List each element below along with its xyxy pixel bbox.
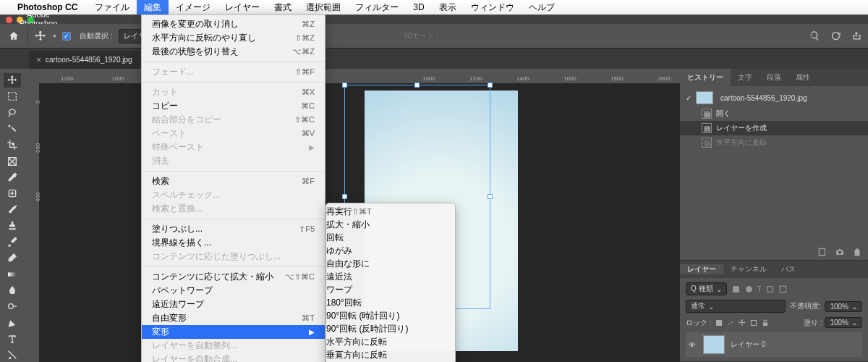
- type-tool[interactable]: [4, 332, 21, 346]
- menu-item[interactable]: 水平方向に反転: [326, 336, 455, 349]
- tab-paths[interactable]: パス: [774, 264, 803, 274]
- trash-icon[interactable]: [852, 247, 862, 257]
- menu-item[interactable]: 検索⌘F: [142, 174, 325, 188]
- menu-item[interactable]: パペットワープ: [142, 284, 325, 298]
- app-name[interactable]: Photoshop CC: [17, 2, 77, 12]
- filter-shape-icon[interactable]: [765, 285, 775, 294]
- share-icon[interactable]: [851, 30, 862, 41]
- history-item[interactable]: ▤開く: [680, 106, 868, 121]
- lock-label: ロック :: [686, 318, 712, 328]
- tab-character[interactable]: 文字: [731, 69, 760, 86]
- lock-paint-icon[interactable]: [726, 319, 735, 327]
- menu-item[interactable]: 遠近法: [326, 271, 455, 284]
- menu-item[interactable]: 自由変形⌘T: [142, 311, 325, 325]
- history-item[interactable]: ▤水平方向に反転: [680, 135, 868, 150]
- menu-edit[interactable]: 編集: [137, 0, 169, 14]
- layer-kind-dropdown[interactable]: Q 種類⌄: [686, 282, 727, 295]
- frame-tool[interactable]: [4, 153, 21, 168]
- menu-3d[interactable]: 3D: [406, 0, 431, 14]
- menu-item[interactable]: コピー⌘C: [142, 99, 325, 113]
- menu-window[interactable]: ウィンドウ: [464, 0, 522, 14]
- menu-item[interactable]: 変形▶: [142, 325, 325, 339]
- fill-input[interactable]: 100%⌄: [825, 317, 862, 328]
- menu-item[interactable]: 境界線を描く...: [142, 236, 325, 250]
- handle-tl[interactable]: [342, 83, 347, 88]
- handle-mr[interactable]: [488, 194, 493, 199]
- history-item[interactable]: ▤レイヤーを作成: [680, 121, 868, 135]
- home-button[interactable]: [6, 28, 22, 44]
- menu-item[interactable]: 遠近法ワープ: [142, 298, 325, 311]
- fill-label: 塗り :: [804, 318, 822, 328]
- marquee-tool[interactable]: [4, 89, 21, 104]
- tab-properties[interactable]: 属性: [788, 69, 817, 86]
- opacity-input[interactable]: 100%⌄: [825, 301, 862, 312]
- menu-item[interactable]: コンテンツに応じて拡大・縮小⌥⇧⌘C: [142, 270, 325, 284]
- crop-tool[interactable]: [4, 138, 21, 152]
- menu-item[interactable]: 180°回転: [326, 297, 455, 310]
- menu-item[interactable]: ゆがみ: [326, 245, 455, 258]
- menu-item[interactable]: 画像を変更の取り消し⌘Z: [142, 17, 325, 31]
- filter-smart-icon[interactable]: [778, 285, 788, 294]
- pen-tool[interactable]: [4, 315, 21, 329]
- menu-item[interactable]: 垂直方向に反転: [326, 349, 455, 362]
- eyedropper-tool[interactable]: [4, 170, 21, 185]
- move-tool[interactable]: [4, 73, 21, 88]
- wand-tool[interactable]: [4, 122, 21, 136]
- menu-select[interactable]: 選択範囲: [299, 0, 348, 14]
- menu-item[interactable]: 再実行⇧⌘T: [326, 206, 455, 219]
- path-tool[interactable]: [4, 348, 21, 362]
- lock-all-icon[interactable]: [761, 319, 770, 327]
- stamp-tool[interactable]: [4, 219, 21, 233]
- filter-adjust-icon[interactable]: [744, 285, 754, 294]
- menu-type[interactable]: 書式: [267, 0, 299, 14]
- lock-move-icon[interactable]: [738, 319, 746, 327]
- visibility-icon[interactable]: 👁: [687, 341, 697, 349]
- tab-paragraph[interactable]: 段落: [760, 69, 788, 86]
- handle-tm[interactable]: [414, 83, 420, 88]
- lasso-tool[interactable]: [4, 106, 21, 120]
- history-icon[interactable]: [830, 30, 841, 41]
- menu-filter[interactable]: フィルター: [348, 0, 406, 14]
- gradient-tool[interactable]: [4, 266, 21, 281]
- blend-mode-dropdown[interactable]: 通常⌄: [686, 300, 786, 313]
- filter-pixel-icon[interactable]: [731, 285, 741, 294]
- tab-channels[interactable]: チャンネル: [723, 264, 774, 274]
- menu-item[interactable]: 回転: [326, 232, 455, 245]
- tab-layers[interactable]: レイヤー: [680, 264, 723, 274]
- menu-file[interactable]: ファイル: [88, 0, 137, 14]
- menu-layer[interactable]: レイヤー: [218, 0, 267, 14]
- filter-type-icon[interactable]: T: [757, 285, 762, 293]
- menu-item[interactable]: 拡大・縮小: [326, 219, 455, 232]
- menu-item[interactable]: 最後の状態を切り替え⌥⌘Z: [142, 45, 325, 59]
- menu-item[interactable]: 塗りつぶし...⇧F5: [142, 222, 325, 236]
- brush-tool[interactable]: [4, 202, 21, 216]
- blur-tool[interactable]: [4, 283, 21, 298]
- auto-select-checkbox[interactable]: ✓: [62, 32, 71, 41]
- menu-view[interactable]: 表示: [432, 0, 464, 14]
- layer-name[interactable]: レイヤー 0: [731, 340, 765, 350]
- tab-history[interactable]: ヒストリー: [680, 69, 731, 86]
- history-brush-tool[interactable]: [4, 235, 21, 249]
- menu-item[interactable]: 90°回転 (時計回り): [326, 310, 455, 323]
- healing-tool[interactable]: [4, 186, 21, 201]
- menu-help[interactable]: ヘルプ: [522, 0, 562, 14]
- close-button[interactable]: [6, 17, 12, 23]
- menu-image[interactable]: イメージ: [169, 0, 218, 14]
- dodge-tool[interactable]: [4, 299, 21, 313]
- menu-item[interactable]: 90°回転 (反時計回り): [326, 323, 455, 336]
- menu-item[interactable]: 水平方向に反転のやり直し⇧⌘Z: [142, 31, 325, 45]
- tab-close-icon[interactable]: ×: [36, 55, 41, 65]
- search-icon[interactable]: [809, 30, 820, 41]
- layer-item[interactable]: 👁 レイヤー 0: [686, 332, 862, 357]
- menu-item[interactable]: 自由な形に: [326, 258, 455, 271]
- eraser-tool[interactable]: [4, 251, 21, 265]
- handle-ml[interactable]: [342, 194, 347, 199]
- lock-transparency-icon[interactable]: [715, 319, 723, 327]
- lock-artboard-icon[interactable]: [749, 319, 758, 327]
- new-doc-icon[interactable]: [817, 247, 827, 257]
- camera-icon[interactable]: [835, 247, 845, 257]
- menu-item[interactable]: ワープ: [326, 284, 455, 297]
- doc-tab[interactable]: × cartoon-5544856_1920.jpg: [29, 51, 140, 69]
- handle-tr[interactable]: [488, 83, 493, 88]
- history-doc[interactable]: ✓ cartoon-5544856_1920.jpg: [680, 89, 868, 106]
